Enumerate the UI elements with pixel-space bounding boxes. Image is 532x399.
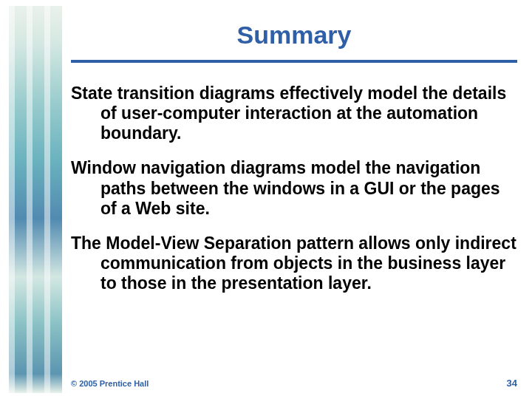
paragraph-text: State transition diagrams effectively mo… bbox=[71, 83, 517, 143]
slide-content: Summary State transition diagrams effect… bbox=[71, 0, 517, 399]
paragraph: State transition diagrams effectively mo… bbox=[71, 83, 517, 143]
paragraph: The Model-View Separation pattern allows… bbox=[71, 233, 517, 293]
slide-body: State transition diagrams effectively mo… bbox=[71, 83, 517, 308]
slide-footer: © 2005 Prentice Hall 34 bbox=[71, 378, 517, 389]
paragraph-text: The Model-View Separation pattern allows… bbox=[71, 233, 517, 293]
page-number: 34 bbox=[507, 378, 517, 389]
slide-title: Summary bbox=[71, 21, 517, 50]
copyright-text: © 2005 Prentice Hall bbox=[71, 379, 149, 388]
title-rule bbox=[71, 60, 517, 63]
decorative-sidebar bbox=[9, 6, 62, 393]
paragraph: Window navigation diagrams model the nav… bbox=[71, 158, 517, 218]
paragraph-text: Window navigation diagrams model the nav… bbox=[71, 158, 517, 218]
